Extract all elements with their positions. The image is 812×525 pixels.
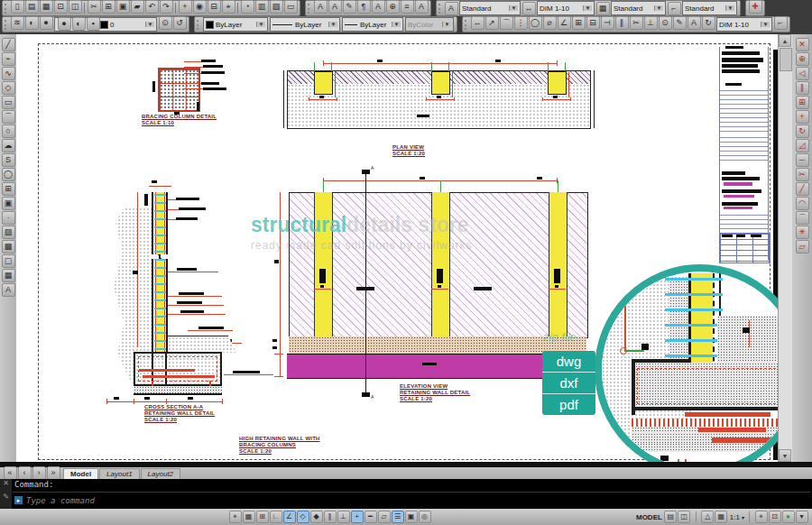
region-icon[interactable]: ▢ — [2, 254, 15, 268]
insert-block-icon[interactable]: ⊞ — [2, 182, 15, 196]
aligned-dimension-icon[interactable]: ↗ — [485, 16, 499, 30]
status-menu-icon[interactable]: ▾ — [796, 511, 808, 523]
lineweight-dropdown[interactable]: ByLayer▼ — [342, 17, 403, 32]
toolbar-grip[interactable] — [197, 20, 200, 30]
model-space-icon[interactable]: ▤ — [664, 511, 677, 523]
annotation-monitor-icon[interactable]: ◎ — [419, 511, 431, 523]
tab-layout2[interactable]: Layout2 — [141, 468, 180, 479]
grid-display-icon[interactable]: ⊞ — [256, 511, 269, 523]
layer-dropdown[interactable]: ●◐▪ 0 ▼ — [54, 17, 157, 32]
annotation-visibility-icon[interactable]: ▦ — [715, 511, 727, 523]
tool-palettes-icon[interactable]: ▨ — [270, 0, 283, 14]
model-space-label[interactable]: MODEL — [636, 513, 662, 521]
dynamic-ucs-icon[interactable]: ⊥ — [337, 511, 350, 523]
explode-icon[interactable]: ✳ — [796, 226, 809, 239]
command-input[interactable]: Type a command — [26, 496, 95, 505]
save-icon[interactable]: ▦ — [40, 0, 53, 14]
arc-icon[interactable]: ⌒ — [2, 110, 15, 124]
first-tab-icon[interactable]: « — [4, 466, 17, 480]
object-snap-tracking-icon[interactable]: ∥ — [324, 511, 337, 523]
workspace-switching-icon[interactable]: ⌖ — [755, 511, 768, 523]
color-dropdown[interactable]: ByLayer▼ — [203, 17, 268, 32]
toolbar-grip[interactable] — [308, 4, 311, 14]
dimension-update-icon[interactable]: ↻ — [702, 16, 715, 30]
ortho-mode-icon[interactable]: ∟ — [270, 511, 282, 523]
annotation-scale-icon[interactable]: △ — [701, 511, 714, 523]
angular-icon[interactable]: ∠ — [558, 16, 571, 30]
designcenter-icon[interactable]: ▥ — [255, 0, 269, 14]
toolbar-lock-icon[interactable]: ⊡ — [769, 511, 781, 523]
copy-object-icon[interactable]: ⊕ — [796, 52, 809, 66]
properties-icon[interactable]: ◔ — [241, 0, 254, 14]
cut-icon[interactable]: ✂ — [88, 0, 101, 14]
paste-icon[interactable]: ▣ — [116, 0, 130, 14]
zoom-realtime-icon[interactable]: ◉ — [193, 0, 207, 14]
new-icon[interactable]: ▯ — [11, 0, 24, 14]
copy-icon[interactable]: ⊞ — [102, 0, 115, 14]
dim-style-dropdown-2[interactable]: DIM 1-10▼ — [716, 17, 772, 32]
vertical-scrollbar[interactable]: ▲ ▼ — [778, 34, 792, 462]
layer-isolate-icon[interactable]: ● — [40, 16, 53, 30]
dim-style-dropdown[interactable]: DIM 1-10▼ — [537, 1, 595, 15]
layer-lock-icon[interactable]: ▪ — [87, 17, 100, 31]
construction-line-icon[interactable]: ⌁ — [2, 52, 15, 66]
viewport-scale-value[interactable]: 1:1 — [730, 513, 740, 521]
mleader-style-dropdown[interactable]: Standard▼ — [682, 1, 737, 15]
chamfer-icon[interactable]: ⌒ — [796, 211, 809, 225]
polyline-icon[interactable]: ∿ — [2, 67, 15, 80]
paragraph-icon[interactable]: ¶ — [357, 0, 371, 14]
quickcalc-icon[interactable]: ▭ — [284, 0, 298, 14]
scale-icon[interactable]: ◿ — [796, 139, 809, 152]
diameter-icon[interactable]: ⌀ — [543, 16, 557, 30]
transparency-icon[interactable]: ▱ — [378, 511, 391, 523]
dynamic-input-icon[interactable]: + — [351, 511, 364, 523]
show-lineweight-icon[interactable]: ━ — [364, 511, 377, 523]
close-command-icon[interactable]: ✕ — [0, 479, 12, 487]
table-style-dropdown[interactable]: Standard▼ — [611, 1, 666, 15]
prev-tab-icon[interactable]: ‹ — [18, 466, 32, 480]
plot-icon[interactable]: ⊡ — [54, 0, 68, 14]
undo-icon[interactable]: ↶ — [145, 0, 159, 14]
trim-icon[interactable]: ✂ — [796, 168, 809, 181]
tab-layout1[interactable]: Layout1 — [99, 468, 139, 479]
polygon-icon[interactable]: ◇ — [2, 81, 15, 95]
command-input-row[interactable]: ▸ Type a command — [13, 492, 810, 508]
scale-text-icon[interactable]: A — [415, 0, 429, 14]
justify-text-icon[interactable]: ≡ — [401, 0, 414, 14]
dimension-text-edit-icon[interactable]: A — [687, 16, 701, 30]
stretch-icon[interactable]: ─ — [796, 153, 809, 167]
layer-states-icon[interactable]: ◐ — [25, 16, 39, 30]
rectangle-icon[interactable]: ▭ — [2, 96, 15, 109]
dimension-break-icon[interactable]: ✂ — [630, 16, 643, 30]
layer-on-icon[interactable]: ● — [58, 17, 71, 31]
selection-cycling-icon[interactable]: ▣ — [405, 511, 418, 523]
ordinate-icon[interactable]: ⋮ — [514, 16, 528, 30]
extend-icon[interactable]: ╱ — [796, 182, 809, 196]
quick-dimension-icon[interactable]: ⊞ — [572, 16, 586, 30]
plot-preview-icon[interactable]: ◫ — [69, 0, 82, 14]
layer-freeze-icon[interactable]: ◐ — [72, 17, 86, 31]
object-snap-icon[interactable]: ◇ — [297, 511, 309, 523]
dimension-space-icon[interactable]: ∥ — [615, 16, 629, 30]
circle-icon[interactable]: ○ — [2, 124, 15, 138]
offset-icon[interactable]: ∥ — [796, 81, 809, 95]
toolbar-grip[interactable] — [465, 20, 468, 30]
customize-command-icon[interactable]: ✎ — [0, 493, 12, 501]
clean-screen-icon[interactable]: ● — [782, 511, 795, 523]
polar-tracking-icon[interactable]: ∠ — [283, 511, 296, 523]
snap-mode-icon[interactable]: ▦ — [243, 511, 255, 523]
pan-icon[interactable]: + — [179, 0, 192, 14]
fillet-icon[interactable]: ◠ — [796, 197, 809, 210]
layer-properties-icon[interactable]: ≋ — [11, 16, 24, 30]
mleader-style-manager-icon[interactable]: ⌐ — [668, 2, 681, 15]
arc-length-icon[interactable]: ⌒ — [500, 16, 513, 30]
text-style-manager-icon[interactable]: A — [445, 2, 458, 15]
dimension-edit-icon[interactable]: ✎ — [673, 16, 687, 30]
3d-object-snap-icon[interactable]: ◆ — [310, 511, 323, 523]
edit-text-icon[interactable]: ✎ — [343, 0, 356, 14]
last-tab-icon[interactable]: » — [47, 466, 60, 480]
quick-properties-icon[interactable]: ☰ — [392, 511, 404, 523]
scale-chevron-icon[interactable]: ▾ — [742, 514, 744, 520]
erase-icon[interactable]: ✕ — [796, 38, 809, 51]
hatch-icon[interactable]: ▨ — [2, 226, 15, 239]
